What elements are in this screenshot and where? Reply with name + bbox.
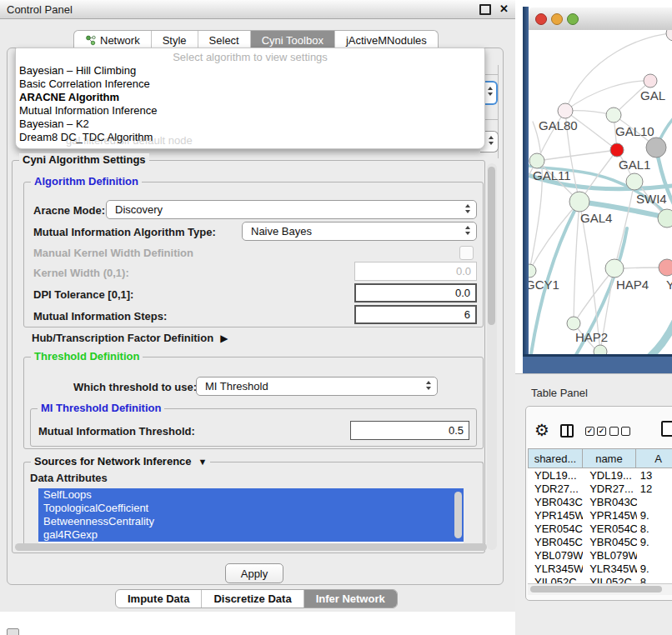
apply-button-label: Apply (241, 568, 268, 580)
table-hscrollbar-thumb[interactable] (530, 586, 662, 592)
document-icon[interactable] (661, 421, 672, 437)
table-cell: YPR145W (528, 509, 583, 522)
control-panel-title: Control Panel (7, 3, 73, 16)
attribute-item[interactable]: gal4RGexp (38, 528, 464, 542)
network-node[interactable] (659, 259, 672, 276)
tab-impute-data[interactable]: Impute Data (116, 590, 201, 608)
network-node[interactable] (569, 192, 589, 212)
network-node[interactable] (606, 108, 621, 122)
gear-icon[interactable]: ⚙ (534, 420, 549, 440)
table-row[interactable]: YBR043CYBR043C (528, 495, 672, 508)
network-node[interactable] (594, 345, 607, 354)
network-window-frame-bottom-band (523, 357, 672, 373)
select-all-checks-icon[interactable]: ✓✓ (585, 427, 609, 436)
zoom-traffic-light[interactable] (567, 13, 579, 25)
deselect-all-boxes-icon[interactable] (609, 427, 633, 436)
network-edge[interactable] (634, 310, 672, 354)
network-edge[interactable] (614, 182, 634, 268)
network-node[interactable] (529, 153, 544, 168)
minimize-traffic-light[interactable] (551, 13, 563, 25)
bottom-left-widget[interactable] (7, 628, 19, 635)
which-threshold-combo[interactable]: MI Threshold (196, 377, 438, 396)
mi-type-combo[interactable]: Naive Bayes (242, 222, 477, 241)
table-cell: YBR043C (528, 496, 583, 508)
close-traffic-light[interactable] (535, 13, 547, 25)
mi-threshold-group-title: MI Threshold Definition (38, 402, 164, 414)
mi-threshold-field[interactable]: 0.5 (350, 421, 469, 440)
table-body: YDL19...YDL19...13YDR27...YDR27...12YBR0… (528, 468, 672, 583)
algorithm-option[interactable]: Bayesian – Hill Climbing (19, 64, 469, 78)
dpi-tolerance-field[interactable]: 0.0 (354, 283, 477, 302)
attribute-item[interactable]: BetweennessCentrality (38, 515, 464, 528)
network-edge[interactable] (537, 150, 617, 161)
hub-definition-toggle[interactable]: Hub/Transcription Factor Definition ▶ (32, 332, 228, 344)
table-cell: YER054C (583, 522, 637, 535)
network-node[interactable] (666, 30, 672, 41)
column-header[interactable]: name (583, 448, 636, 468)
tab-network[interactable]: Network (74, 31, 151, 49)
attribute-item[interactable]: SelfLoops (38, 488, 464, 502)
dpi-tolerance-value: 0.0 (455, 287, 470, 299)
network-node[interactable] (558, 103, 573, 118)
table-row[interactable]: YLR345WYLR345W9. (528, 562, 672, 575)
aracne-mode-combo[interactable]: Discovery (106, 200, 477, 219)
network-view[interactable]: GALGAL80GAL10GAL1GAL11SWI4GAL4GCY1HAP4YH… (529, 30, 672, 354)
network-node[interactable] (567, 317, 580, 330)
settings-hscrollbar-thumb[interactable] (15, 543, 487, 551)
algorithm-option[interactable]: Bayesian – K2 (19, 118, 469, 131)
control-panel-tabs: Network Style Select Cyni Toolbox jActiv… (73, 30, 439, 49)
network-node-label: GAL4 (580, 211, 612, 225)
aracne-mode-label: Aracne Mode: (33, 204, 105, 217)
network-edge[interactable] (529, 122, 542, 271)
apply-button[interactable]: Apply (225, 563, 283, 583)
network-node[interactable] (658, 209, 672, 228)
table-cell: 9. (637, 509, 672, 522)
table-row[interactable]: YPR145WYPR145W9. (528, 508, 672, 522)
attribute-list-scrollbar-thumb[interactable] (454, 492, 462, 538)
network-edge[interactable] (574, 202, 579, 323)
network-node-label: GAL11 (533, 168, 571, 182)
manual-kernel-checkbox[interactable] (459, 246, 474, 260)
tab-infer-network[interactable]: Infer Network (303, 590, 397, 608)
column-header[interactable]: A (636, 448, 672, 468)
algorithm-option-selected[interactable]: ARACNE Algorithm (19, 91, 469, 104)
table-row[interactable]: YDL19...YDL19...13 (528, 468, 672, 482)
table-cell: YDL19... (583, 469, 637, 482)
table-row[interactable]: YER054CYER054C8. (528, 522, 672, 535)
network-edge[interactable] (565, 81, 650, 111)
kernel-width-field[interactable]: 0.0 (354, 262, 477, 281)
network-node[interactable] (646, 138, 666, 158)
network-node[interactable] (529, 264, 536, 278)
algorithm-option[interactable]: Basic Correlation Inference (19, 78, 469, 91)
network-node[interactable] (626, 173, 643, 190)
tab-discretize-data[interactable]: Discretize Data (201, 590, 303, 608)
mi-threshold-value: 0.5 (449, 424, 464, 437)
algorithm-dropdown-popup: Select algorithm to view settings Bayesi… (15, 48, 485, 149)
table-row[interactable]: YBR045CYBR045C9. (528, 535, 672, 548)
algorithm-popup-placeholder: Select algorithm to view settings (16, 51, 484, 63)
control-panel-titlebar: Control Panel ✕ (0, 0, 515, 19)
inference-group-fragment (485, 74, 498, 75)
columns-icon[interactable] (560, 424, 574, 438)
tab-cyni-toolbox[interactable]: Cyni Toolbox (250, 31, 334, 49)
table-row[interactable]: YBL079WYBL079W (528, 548, 672, 562)
tab-style[interactable]: Style (151, 31, 198, 49)
column-header[interactable]: shared... (528, 448, 583, 468)
close-icon[interactable]: ✕ (499, 5, 509, 13)
network-window-titlebar[interactable] (529, 8, 672, 31)
attribute-item[interactable]: TopologicalCoefficient (38, 502, 464, 515)
table-row[interactable]: YDR27...YDR27...12 (528, 482, 672, 495)
algorithm-option[interactable]: Mutual Information Inference (19, 104, 469, 118)
sources-group-title-wrap[interactable]: Sources for Network Inference ▼ (31, 455, 210, 468)
network-node[interactable] (605, 259, 624, 278)
float-window-icon[interactable] (479, 4, 491, 15)
table-cell: YBR045C (583, 536, 637, 548)
table-row[interactable]: YIL052CYIL052C8 (528, 575, 672, 583)
tab-select[interactable]: Select (198, 31, 250, 49)
settings-scrollbar-thumb[interactable] (488, 167, 495, 325)
tab-jactivemnodules[interactable]: jActiveMNodules (334, 31, 438, 49)
table-cell: 9. (637, 536, 672, 548)
mi-steps-field[interactable]: 6 (354, 305, 477, 324)
network-node[interactable] (644, 74, 657, 88)
network-node[interactable] (610, 143, 624, 157)
